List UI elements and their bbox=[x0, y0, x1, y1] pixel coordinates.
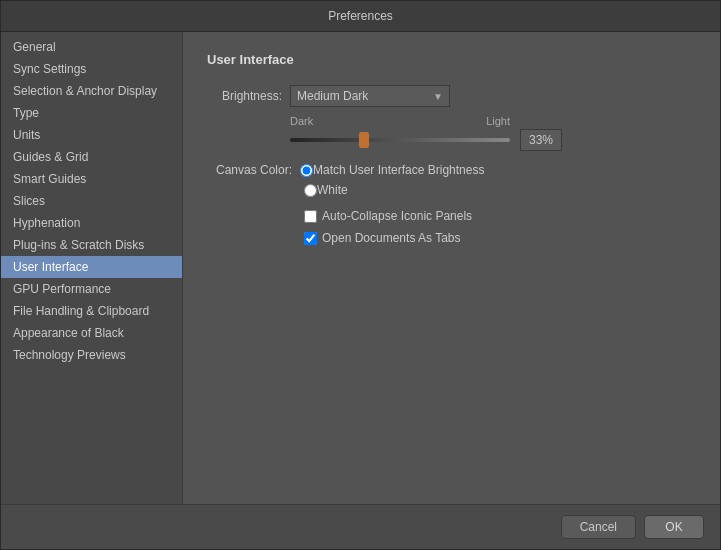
open-as-tabs-checkbox[interactable] bbox=[304, 232, 317, 245]
sidebar-item-type[interactable]: Type bbox=[1, 102, 182, 124]
sidebar-item-general[interactable]: General bbox=[1, 36, 182, 58]
preferences-dialog: Preferences General Sync Settings Select… bbox=[0, 0, 721, 550]
slider-light-label: Light bbox=[486, 115, 510, 127]
canvas-color-white-label: White bbox=[317, 183, 348, 197]
dropdown-arrow-icon: ▼ bbox=[433, 91, 443, 102]
sidebar-item-smart-guides[interactable]: Smart Guides bbox=[1, 168, 182, 190]
sidebar-item-guides-grid[interactable]: Guides & Grid bbox=[1, 146, 182, 168]
sidebar-item-technology-previews[interactable]: Technology Previews bbox=[1, 344, 182, 366]
ok-button[interactable]: OK bbox=[644, 515, 704, 539]
sidebar-item-file-handling-clipboard[interactable]: File Handling & Clipboard bbox=[1, 300, 182, 322]
brightness-dropdown[interactable]: Medium Dark ▼ bbox=[290, 85, 450, 107]
open-as-tabs-label: Open Documents As Tabs bbox=[322, 231, 461, 245]
slider-row: 33% bbox=[290, 129, 696, 151]
sidebar-item-user-interface[interactable]: User Interface bbox=[1, 256, 182, 278]
sidebar-item-selection-anchor-display[interactable]: Selection & Anchor Display bbox=[1, 80, 182, 102]
auto-collapse-checkbox[interactable] bbox=[304, 210, 317, 223]
slider-dark-label: Dark bbox=[290, 115, 313, 127]
sidebar-item-appearance-of-black[interactable]: Appearance of Black bbox=[1, 322, 182, 344]
canvas-color-match-label: Match User Interface Brightness bbox=[313, 163, 484, 177]
dialog-title: Preferences bbox=[328, 9, 393, 23]
canvas-color-white-row: White bbox=[304, 183, 696, 197]
title-bar: Preferences bbox=[1, 1, 720, 32]
brightness-label: Brightness: bbox=[207, 89, 282, 103]
dialog-body: General Sync Settings Selection & Anchor… bbox=[1, 32, 720, 504]
brightness-percent: 33% bbox=[520, 129, 562, 151]
brightness-row: Brightness: Medium Dark ▼ bbox=[207, 85, 696, 107]
cancel-button[interactable]: Cancel bbox=[561, 515, 636, 539]
slider-labels: Dark Light bbox=[290, 115, 510, 127]
sidebar-item-slices[interactable]: Slices bbox=[1, 190, 182, 212]
canvas-color-match-radio[interactable] bbox=[300, 164, 313, 177]
brightness-dropdown-value: Medium Dark bbox=[297, 89, 368, 103]
canvas-color-label: Canvas Color: bbox=[207, 163, 292, 177]
sidebar-item-units[interactable]: Units bbox=[1, 124, 182, 146]
sidebar-item-sync-settings[interactable]: Sync Settings bbox=[1, 58, 182, 80]
section-title: User Interface bbox=[207, 52, 696, 67]
sidebar-item-hyphenation[interactable]: Hyphenation bbox=[1, 212, 182, 234]
open-as-tabs-row: Open Documents As Tabs bbox=[304, 231, 696, 245]
sidebar-item-gpu-performance[interactable]: GPU Performance bbox=[1, 278, 182, 300]
canvas-color-match-row: Canvas Color: Match User Interface Brigh… bbox=[207, 163, 696, 177]
sidebar: General Sync Settings Selection & Anchor… bbox=[1, 32, 183, 504]
main-content: User Interface Brightness: Medium Dark ▼… bbox=[183, 32, 720, 504]
canvas-color-white-radio[interactable] bbox=[304, 184, 317, 197]
brightness-slider[interactable] bbox=[290, 138, 510, 142]
canvas-color-section: Canvas Color: Match User Interface Brigh… bbox=[207, 163, 696, 197]
dialog-footer: Cancel OK bbox=[1, 504, 720, 549]
sidebar-item-plug-ins-scratch-disks[interactable]: Plug-ins & Scratch Disks bbox=[1, 234, 182, 256]
auto-collapse-row: Auto-Collapse Iconic Panels bbox=[304, 209, 696, 223]
auto-collapse-label: Auto-Collapse Iconic Panels bbox=[322, 209, 472, 223]
